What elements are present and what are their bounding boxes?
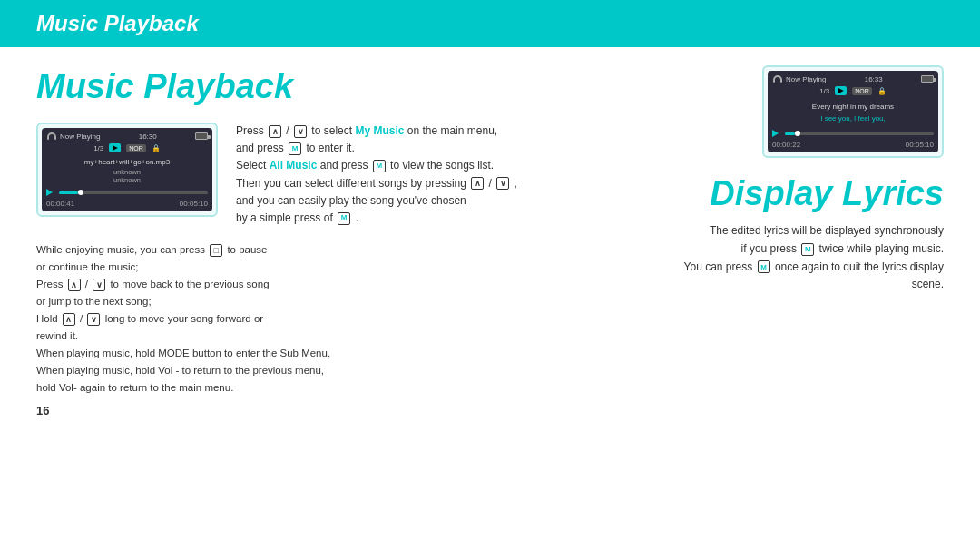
bottom-line-3: Press ∧ / ∨ to move back to the previous… [36, 276, 635, 293]
down-key-icon: ∨ [294, 125, 307, 138]
lyrics-line2: I see you, I feel you, [774, 114, 932, 123]
bottom-line-6: rewind it. [36, 328, 635, 345]
instruction-line-1: Press ∧ / ∨ to select My Music on the ma… [236, 123, 517, 140]
right-top: Now Playing 16:33 1/3 ▶ NOR 🔒 Every nigh… [662, 65, 944, 158]
device-section: Now Playing 16:30 1/3 ▶ NOR 🔒 my+heart+w… [36, 123, 635, 227]
fraction-label-2: 1/3 [819, 87, 829, 95]
main-content: Music Playback Now Playing [0, 47, 980, 549]
svg-rect-0 [47, 137, 49, 140]
bottom-line-4: or jump to the next song; [36, 293, 635, 310]
bottom-line-8: When playing music, hold Vol - to return… [36, 362, 635, 379]
instruction-line-6: by a simple press of M . [236, 210, 517, 227]
device-mockup-1: Now Playing 16:30 1/3 ▶ NOR 🔒 my+heart+w… [36, 123, 218, 217]
lyrics-desc-line3: You can press M once again to quit the l… [662, 259, 944, 295]
device-controls-bar-2: 1/3 ▶ NOR 🔒 [772, 86, 934, 95]
now-playing-label-2: Now Playing [786, 75, 826, 83]
nor-label-1: NOR [126, 144, 146, 152]
time-total-2: 00:05:10 [906, 141, 934, 149]
lyrics-desc-line2a: if you press [741, 242, 797, 255]
device-top-bar-1: Now Playing 16:30 [46, 132, 208, 141]
lyrics-desc-line2: if you press M twice while playing music… [662, 240, 944, 259]
ctrl-btn-1: ▶ [109, 143, 121, 152]
bottom-line-2: or continue the music; [36, 259, 635, 276]
time-current-2: 00:00:22 [772, 141, 800, 149]
lyrics-desc-line2b: twice while playing music. [819, 242, 944, 255]
device-lyrics-display: Every night in my dreams I see you, I fe… [772, 99, 934, 126]
headphone-icon-2 [772, 74, 783, 83]
display-lyrics-title: Display Lyrics [662, 174, 944, 213]
progress-dot-2 [795, 131, 800, 136]
lock-icon-2: 🔒 [877, 87, 887, 95]
down-key-3: ∨ [93, 279, 105, 291]
header-bar: Music Playback [0, 0, 980, 47]
device-screen-1: Now Playing 16:30 1/3 ▶ NOR 🔒 my+heart+w… [42, 128, 212, 211]
device-song-info-1: my+heart+will+go+on.mp3 unknown unknown [46, 158, 208, 185]
artist2-1: unknown [46, 176, 208, 184]
lock-icon-1: 🔒 [152, 144, 161, 152]
page-number: 16 [36, 404, 635, 417]
device-progress-2 [772, 130, 934, 137]
up-key-4: ∧ [63, 313, 75, 326]
device-times-1: 00:00:41 00:05:10 [46, 200, 208, 208]
progress-fill-2 [785, 132, 795, 135]
up-key-icon: ∧ [269, 125, 281, 138]
m-key-2: M [373, 160, 386, 172]
device-mockup-2: Now Playing 16:33 1/3 ▶ NOR 🔒 Every nigh… [762, 65, 944, 158]
headphone-icon [46, 132, 57, 141]
time-label-2: 16:33 [865, 75, 883, 83]
page-title: Music Playback [36, 67, 635, 106]
m-key-lyrics-2: M [758, 260, 770, 273]
right-column: Now Playing 16:33 1/3 ▶ NOR 🔒 Every nigh… [653, 56, 944, 549]
fraction-label-1: 1/3 [93, 144, 103, 152]
m-key-1: M [289, 142, 301, 155]
svg-rect-2 [773, 80, 775, 83]
all-music-label: All Music [270, 159, 318, 172]
bottom-line-5: Hold ∧ / ∨ long to move your song forwar… [36, 310, 635, 328]
play-icon-2 [772, 130, 779, 137]
device-times-2: 00:00:22 00:05:10 [772, 141, 934, 149]
up-key-2: ∧ [471, 177, 484, 190]
down-key-2: ∨ [496, 177, 509, 190]
bottom-line-9: hold Vol- again to return to the main me… [36, 379, 635, 397]
my-music-label: My Music [355, 124, 404, 137]
instruction-line-4: Then you can select different songs by p… [236, 175, 517, 192]
svg-rect-3 [780, 80, 782, 83]
song-name-1: my+heart+will+go+on.mp3 [46, 158, 208, 166]
left-column: Music Playback Now Playing [36, 56, 653, 549]
progress-dot-1 [78, 190, 83, 195]
lyrics-line1: Every night in my dreams [774, 103, 932, 111]
ctrl-btn-2: ▶ [835, 86, 847, 95]
lyrics-description: The edited lyrics will be displayed sync… [662, 222, 944, 294]
time-total-1: 00:05:10 [180, 200, 208, 208]
instruction-line-2: and press M to enter it. [236, 140, 517, 157]
lyrics-desc-line3b: once again to quit the lyrics display sc… [775, 260, 944, 291]
pause-key: □ [210, 244, 222, 257]
artist1-1: unknown [46, 168, 208, 176]
play-icon-1 [46, 189, 53, 196]
header-title: Music Playback [36, 11, 199, 36]
up-key-3: ∧ [68, 279, 81, 291]
instruction-line-5: and you can easily play the song you've … [236, 192, 517, 210]
now-playing-label-1: Now Playing [60, 132, 100, 141]
instructions: Press ∧ / ∨ to select My Music on the ma… [236, 123, 517, 227]
progress-fill-1 [59, 191, 78, 194]
m-key-3: M [338, 212, 350, 225]
svg-rect-1 [54, 137, 56, 140]
bottom-text: While enjoying music, you can press □ to… [36, 241, 635, 397]
m-key-lyrics: M [801, 243, 814, 256]
nor-label-2: NOR [852, 87, 872, 95]
bottom-line-7: When playing music, hold MODE button to … [36, 345, 635, 362]
bottom-line-1: While enjoying music, you can press □ to… [36, 241, 635, 259]
down-key-4: ∨ [87, 313, 100, 326]
time-label-1: 16:30 [139, 132, 157, 141]
device-controls-bar-1: 1/3 ▶ NOR 🔒 [46, 143, 208, 152]
instruction-line-3: Select All Music and press M to view the… [236, 157, 517, 174]
time-current-1: 00:00:41 [46, 200, 74, 208]
battery-icon-1 [195, 132, 208, 140]
device-top-bar-2: Now Playing 16:33 [772, 74, 934, 83]
battery-icon-2 [921, 75, 934, 83]
device-progress-1 [46, 189, 208, 196]
lyrics-desc-line1: The edited lyrics will be displayed sync… [662, 222, 944, 240]
lyrics-desc-line3a: You can press [684, 260, 753, 273]
device-screen-2: Now Playing 16:33 1/3 ▶ NOR 🔒 Every nigh… [768, 71, 938, 152]
